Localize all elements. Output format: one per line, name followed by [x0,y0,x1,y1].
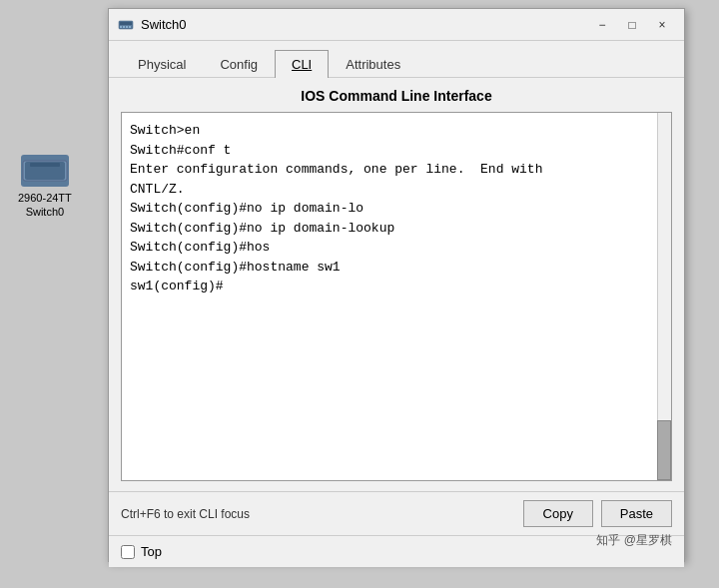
svg-rect-7 [47,170,50,174]
copy-button[interactable]: Copy [523,500,593,527]
svg-rect-14 [126,26,128,28]
switch-device-label: 2960-24TT Switch0 [18,191,72,220]
svg-rect-2 [27,165,63,168]
cli-scrollbar-thumb[interactable] [657,420,671,480]
tab-bar: Physical Config CLI Attributes [109,41,684,78]
tab-attributes[interactable]: Attributes [329,50,417,78]
tab-config[interactable]: Config [203,50,275,78]
paste-button[interactable]: Paste [601,500,672,527]
window-title: Switch0 [141,17,588,32]
footer-bar: Top 知乎 @星罗棋 [109,535,684,567]
switch-svg [21,155,69,187]
cli-hint: Ctrl+F6 to exit CLI focus [121,507,515,521]
svg-rect-3 [27,170,30,174]
cli-textarea[interactable] [122,113,657,480]
svg-rect-15 [129,26,131,28]
window-content: IOS Command Line Interface [109,78,684,491]
maximize-button[interactable]: □ [618,14,646,36]
svg-rect-8 [52,170,55,174]
svg-rect-5 [37,170,40,174]
cli-section-title: IOS Command Line Interface [121,88,672,104]
titlebar: Switch0 − □ × [109,9,684,41]
minimize-button[interactable]: − [588,14,616,36]
watermark: 知乎 @星罗棋 [596,532,672,549]
tab-physical[interactable]: Physical [121,50,203,78]
svg-rect-0 [23,161,67,181]
close-button[interactable]: × [648,14,676,36]
svg-rect-13 [123,26,125,28]
switch-window: Switch0 − □ × Physical Config CLI Attrib… [108,8,685,562]
switch-device-icon: 2960-24TT Switch0 [18,155,72,220]
titlebar-icon [117,16,135,34]
switch-icon-small [118,17,134,33]
top-label: Top [141,544,162,559]
svg-rect-11 [120,22,132,25]
switch-image [21,155,69,187]
tab-cli[interactable]: CLI [275,50,329,78]
desktop: 2960-24TT Switch0 Switch0 − □ × [0,0,719,588]
top-checkbox[interactable] [121,545,135,559]
svg-rect-9 [57,170,60,174]
cli-bottom-bar: Ctrl+F6 to exit CLI focus Copy Paste [109,491,684,535]
cli-terminal-area[interactable] [121,112,672,481]
cli-scrollbar[interactable] [657,113,671,480]
svg-rect-6 [42,170,45,174]
svg-rect-1 [25,163,65,179]
svg-rect-12 [120,26,122,28]
svg-rect-4 [32,170,35,174]
window-controls: − □ × [588,14,676,36]
top-checkbox-label[interactable]: Top [121,544,162,559]
